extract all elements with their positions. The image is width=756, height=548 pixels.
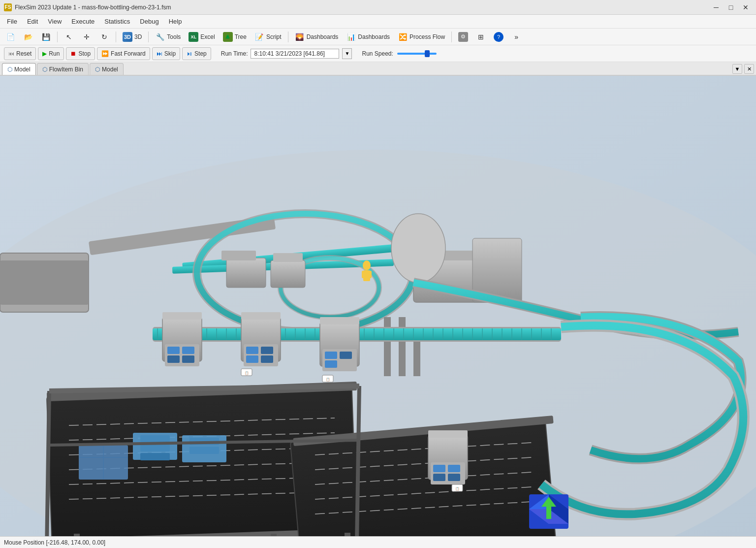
tools-button[interactable]: 🔧 Tools [152,31,184,43]
mouse-position: Mouse Position [-216.48, 174.00, 0.00] [4,539,105,546]
menu-statistics[interactable]: Statistics [99,16,135,27]
tools-icon: 🔧 [155,32,165,42]
svg-rect-105 [433,474,445,481]
speed-handle[interactable] [425,50,430,57]
step-button[interactable]: ⏯ Step [182,47,211,60]
grid-icon: ⊞ [476,32,486,42]
app-icon: FS [4,3,12,11]
title-bar: FS FlexSim 2023 Update 1 - mass-flow-bot… [0,0,756,15]
run-button[interactable]: ▶ Run [38,47,64,60]
skip-button[interactable]: ⏭ Skip [152,47,180,60]
svg-rect-106 [448,474,460,481]
svg-rect-82 [162,312,202,320]
menu-debug[interactable]: Debug [135,16,163,27]
tab-close-button[interactable]: ✕ [744,64,754,74]
reset-button[interactable]: ⏮ Reset [4,47,36,60]
tab-model[interactable]: ⬡ Model [2,63,36,75]
svg-rect-127 [74,534,80,536]
dashboards-button[interactable]: 📊 Dashboards [343,31,393,43]
svg-rect-112 [140,453,170,460]
script-icon: 📝 [254,32,264,42]
open-button[interactable]: 📂 [20,31,36,43]
select-button[interactable]: ↖ [61,31,77,43]
tree-icon: 🌲 [223,32,233,42]
svg-rect-86 [182,355,194,363]
svg-rect-92 [246,355,258,363]
viewport[interactable]: 📋 📋 📋 [0,76,756,536]
rotate-icon: ↻ [99,32,109,42]
cursor-icon: ↖ [64,32,74,42]
help-button[interactable]: ? [490,31,507,43]
runtime-value: 8:10:41 3/21/2023 [641.86] [251,49,339,59]
move-button[interactable]: ✛ [78,31,95,43]
svg-rect-108 [0,260,89,305]
backgrounds-icon: 🌄 [295,32,305,42]
skip-icon: ⏭ [157,50,162,57]
extra-button[interactable]: ⊞ [472,31,489,43]
svg-rect-110 [140,435,170,443]
backgrounds-button[interactable]: 🌄 Dashboards [291,31,342,43]
new-button[interactable]: 📄 [2,31,19,43]
svg-rect-11 [271,260,305,288]
minimize-button[interactable]: ─ [710,2,723,13]
fast-forward-icon: ⏩ [101,50,109,57]
svg-rect-121 [362,271,365,278]
runtime-dropdown[interactable]: ▼ [342,48,352,59]
svg-rect-10 [221,251,256,260]
svg-rect-98 [340,352,352,359]
chevron-right-icon: » [511,32,521,42]
save-button[interactable]: 💾 [37,31,54,43]
tab-flowitem-icon: ⬡ [42,66,47,73]
processflow-icon: 🔀 [398,32,408,42]
script-button[interactable]: 📝 Script [251,31,285,43]
svg-point-15 [391,214,445,283]
tree-button[interactable]: 🌲 Tree [220,31,250,43]
excel-icon: XL [189,32,198,42]
tab-model-label: Model [14,66,31,73]
tab-model2-label: Model [102,66,118,73]
menu-file[interactable]: File [2,16,22,27]
runtime-label: Run Time: [221,50,248,57]
svg-rect-103 [433,465,445,472]
fast-forward-button[interactable]: ⏩ Fast Forward [97,47,150,60]
3d-icon: 3D [123,32,132,42]
close-button[interactable]: ✕ [739,2,752,13]
3d-button[interactable]: 3D 3D [119,31,145,43]
tab-model-2[interactable]: ⬡ Model [90,63,124,75]
dashboards-icon: 📊 [346,32,356,42]
stop-icon: ⏹ [70,50,76,57]
svg-rect-85 [167,355,180,363]
tab-flowitem-label: FlowItem Bin [49,66,83,73]
maximize-button[interactable]: □ [724,2,737,13]
menu-help[interactable]: Help [164,16,187,27]
stop-button[interactable]: ⏹ Stop [66,47,95,60]
svg-point-119 [363,260,371,270]
svg-rect-83 [167,347,180,354]
menu-bar: File Edit View Execute Statistics Debug … [0,15,756,29]
menu-edit[interactable]: Edit [22,16,43,27]
rotate-button[interactable]: ↻ [96,31,113,43]
settings-button[interactable]: ⚙ [455,31,472,43]
svg-rect-104 [448,465,460,472]
toolbar-main: 📄 📂 💾 ↖ ✛ ↻ 3D 3D 🔧 Tools XL Excel 🌲 Tre… [0,29,756,45]
excel-button[interactable]: XL Excel [185,31,218,43]
svg-text:📋: 📋 [455,486,460,491]
svg-line-123 [47,391,49,536]
svg-rect-97 [325,352,337,359]
toolbar-run: ⏮ Reset ▶ Run ⏹ Stop ⏩ Fast Forward ⏭ Sk… [0,45,756,62]
tab-flowitem-bin[interactable]: ⬡ FlowItem Bin [37,63,89,75]
extend-button[interactable]: » [508,31,525,43]
svg-rect-91 [261,347,273,354]
processflow-button[interactable]: 🔀 Process Flow [394,31,448,43]
menu-view[interactable]: View [43,16,66,27]
speed-slider[interactable] [397,53,437,55]
svg-rect-12 [273,253,303,262]
tab-chevron-button[interactable]: ▼ [732,64,742,74]
3d-scene: 📋 📋 📋 [0,76,756,536]
gear-icon: ⚙ [458,32,468,42]
svg-text:📋: 📋 [245,371,249,375]
menu-execute[interactable]: Execute [66,16,99,27]
svg-rect-129 [271,534,277,536]
svg-rect-102 [428,430,468,438]
svg-line-124 [357,386,359,536]
